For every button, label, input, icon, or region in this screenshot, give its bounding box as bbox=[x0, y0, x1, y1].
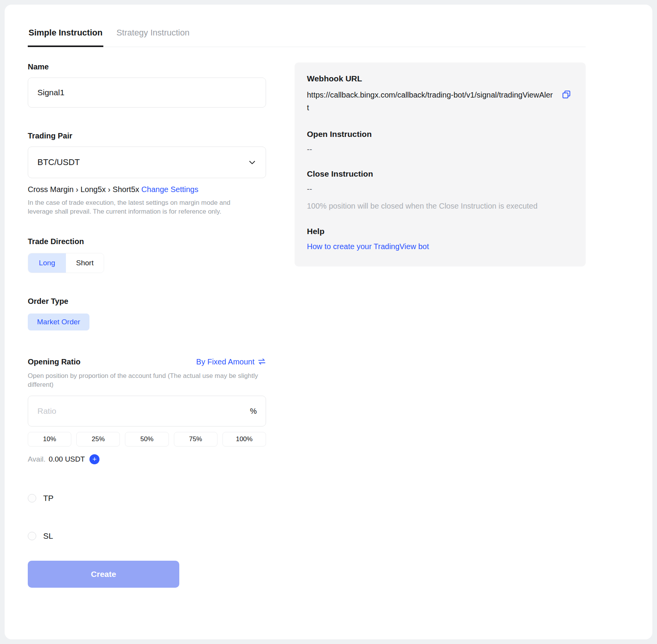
margin-leverage-summary: Cross Margin › Long5x › Short5x bbox=[28, 185, 139, 194]
name-input[interactable] bbox=[28, 78, 266, 108]
trading-pair-value: BTC/USDT bbox=[37, 157, 80, 167]
trading-pair-select[interactable]: BTC/USDT bbox=[28, 147, 266, 178]
webhook-url-title: Webhook URL bbox=[307, 74, 573, 83]
ratio-input[interactable] bbox=[28, 396, 266, 427]
avail-value: 0.00 USDT bbox=[49, 455, 85, 464]
sl-label: SL bbox=[43, 531, 53, 541]
by-fixed-amount-label: By Fixed Amount bbox=[196, 357, 254, 366]
signal-create-card: Simple Instruction Strategy Instruction … bbox=[5, 5, 652, 639]
trade-direction-label: Trade Direction bbox=[28, 237, 266, 246]
by-fixed-amount-link[interactable]: By Fixed Amount bbox=[196, 357, 266, 366]
instruction-tabs: Simple Instruction Strategy Instruction bbox=[28, 22, 586, 47]
percent-button-50[interactable]: 50% bbox=[125, 432, 168, 447]
create-button[interactable]: Create bbox=[28, 561, 179, 588]
tab-simple-instruction[interactable]: Simple Instruction bbox=[28, 22, 103, 47]
tradingview-bot-help-link[interactable]: How to create your TradingView bot bbox=[307, 242, 429, 251]
ratio-unit-label: % bbox=[250, 406, 257, 415]
close-instruction-value: -- bbox=[307, 185, 573, 194]
chevron-down-icon bbox=[248, 158, 256, 167]
market-order-chip[interactable]: Market Order bbox=[28, 314, 89, 330]
percent-button-25[interactable]: 25% bbox=[76, 432, 120, 447]
avail-label: Avail. bbox=[28, 455, 45, 464]
open-instruction-title: Open Instruction bbox=[307, 130, 573, 139]
sl-radio[interactable] bbox=[28, 532, 36, 540]
margin-note: In the case of trade execution, the late… bbox=[28, 199, 255, 216]
webhook-info-panel: Webhook URL https://callback.bingx.com/c… bbox=[295, 62, 586, 266]
tab-strategy-instruction[interactable]: Strategy Instruction bbox=[116, 22, 190, 47]
percent-button-100[interactable]: 100% bbox=[222, 432, 266, 447]
percent-quick-buttons: 10% 25% 50% 75% 100% bbox=[28, 432, 266, 447]
trading-pair-label: Trading Pair bbox=[28, 131, 266, 140]
order-type-label: Order Type bbox=[28, 297, 266, 306]
help-title: Help bbox=[307, 227, 573, 236]
webhook-url-value: https://callback.bingx.com/callback/trad… bbox=[307, 91, 553, 112]
close-instruction-title: Close Instruction bbox=[307, 169, 573, 179]
deposit-plus-icon[interactable]: + bbox=[89, 454, 99, 464]
percent-button-75[interactable]: 75% bbox=[174, 432, 217, 447]
close-instruction-note: 100% position will be closed when the Cl… bbox=[307, 201, 573, 211]
opening-ratio-note: Open position by proportion of the accou… bbox=[28, 372, 259, 389]
tp-radio[interactable] bbox=[28, 494, 36, 502]
copy-icon[interactable] bbox=[562, 90, 571, 99]
name-label: Name bbox=[28, 62, 266, 71]
open-instruction-value: -- bbox=[307, 145, 573, 154]
signal-form: Name Trading Pair BTC/USDT Cross Margin … bbox=[28, 62, 266, 588]
change-settings-link[interactable]: Change Settings bbox=[142, 185, 199, 194]
direction-short-button[interactable]: Short bbox=[66, 253, 104, 273]
tp-label: TP bbox=[43, 494, 54, 503]
opening-ratio-label: Opening Ratio bbox=[28, 357, 81, 366]
percent-button-10[interactable]: 10% bbox=[28, 432, 71, 447]
direction-long-button[interactable]: Long bbox=[28, 253, 66, 273]
swap-arrows-icon bbox=[258, 357, 266, 366]
trade-direction-toggle: Long Short bbox=[28, 253, 104, 273]
